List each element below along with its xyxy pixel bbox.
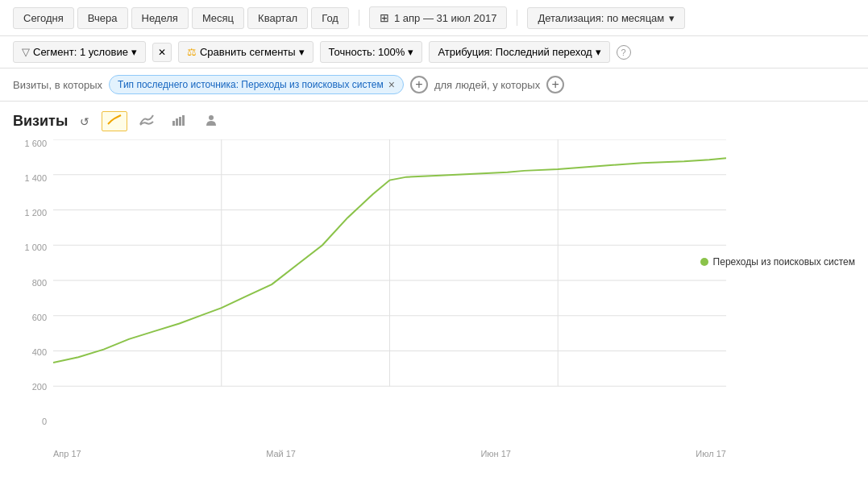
compare-label: Сравнить сегменты: [200, 46, 296, 58]
segment-tag-label: Тип последнего источника: Переходы из по…: [118, 79, 384, 90]
compare-btn[interactable]: ⚖ Сравнить сегменты ▾: [178, 41, 314, 63]
person-icon: [204, 114, 218, 126]
compare-icon: ⚖: [187, 46, 197, 58]
separator: [359, 10, 359, 26]
smooth-chart-icon: [139, 114, 154, 126]
calendar-icon: ⊞: [380, 11, 389, 24]
svg-rect-1: [176, 118, 178, 126]
bar-chart-btn[interactable]: [166, 111, 192, 131]
accuracy-label: Точность: 100%: [329, 46, 405, 58]
chart-wrapper: 0 200 400 600 800 1 000 1 200 1 400 1 60…: [13, 139, 855, 446]
y-label-800: 800: [13, 279, 47, 288]
segment-close-btn[interactable]: ✕: [152, 43, 172, 62]
chart-title: Визиты: [13, 113, 68, 130]
refresh-btn[interactable]: ↺: [74, 112, 95, 131]
y-axis: 0 200 400 600 800 1 000 1 200 1 400 1 60…: [13, 139, 53, 446]
add-people-btn[interactable]: +: [546, 76, 564, 93]
accuracy-btn[interactable]: Точность: 100% ▾: [320, 41, 423, 63]
segment-tag-close[interactable]: ×: [388, 78, 395, 91]
y-label-0: 0: [13, 417, 47, 426]
chart-legend: Переходы из поисковых систем: [700, 256, 855, 268]
segment-btn[interactable]: ▽ Сегмент: 1 условие ▾: [13, 41, 146, 63]
legend-label: Переходы из поисковых систем: [713, 256, 855, 268]
line-chart-icon: [107, 114, 122, 126]
smooth-chart-btn[interactable]: [134, 111, 160, 131]
x-label-may: Май 17: [266, 449, 296, 458]
segment-tag: Тип последнего источника: Переходы из по…: [109, 75, 404, 94]
attribution-label: Атрибуция: Последний переход: [438, 46, 592, 58]
svg-rect-3: [182, 115, 185, 126]
x-axis: Апр 17 Май 17 Июн 17 Июл 17: [13, 449, 855, 458]
segment-filter-row: Визиты, в которых Тип последнего источни…: [0, 68, 868, 102]
y-label-400: 400: [13, 348, 47, 357]
quarter-btn[interactable]: Квартал: [247, 7, 308, 29]
today-btn[interactable]: Сегодня: [13, 7, 74, 29]
filter-toolbar: ▽ Сегмент: 1 условие ▾ ✕ ⚖ Сравнить сегм…: [0, 36, 868, 68]
y-label-1600: 1 600: [13, 139, 47, 148]
add-segment-btn[interactable]: +: [410, 76, 428, 93]
y-label-1000: 1 000: [13, 243, 47, 252]
y-label-1400: 1 400: [13, 174, 47, 183]
period-toolbar: Сегодня Вчера Неделя Месяц Квартал Год ⊞…: [0, 0, 868, 36]
chevron-down-icon3: ▾: [299, 46, 305, 58]
svg-point-4: [209, 115, 214, 120]
chart-inner: Переходы из поисковых систем: [53, 139, 855, 446]
chevron-down-icon5: ▾: [596, 46, 601, 58]
y-label-1200: 1 200: [13, 209, 47, 218]
week-btn[interactable]: Неделя: [131, 7, 189, 29]
chart-section: Визиты ↺: [0, 102, 868, 458]
date-range-label: 1 апр — 31 июл 2017: [394, 12, 496, 24]
x-label-jul: Июл 17: [696, 449, 726, 458]
detail-label: Детализация: по месяцам: [538, 12, 664, 24]
attribution-btn[interactable]: Атрибуция: Последний переход ▾: [429, 41, 609, 63]
line-chart-btn[interactable]: [102, 111, 127, 131]
for-people-label: для людей, у которых: [434, 79, 540, 91]
svg-rect-0: [172, 121, 175, 126]
separator2: [517, 10, 517, 26]
segment-label: Сегмент: 1 условие: [33, 46, 128, 58]
x-label-jun: Июн 17: [480, 449, 511, 458]
year-btn[interactable]: Год: [311, 7, 349, 29]
person-btn[interactable]: [198, 111, 224, 131]
bar-chart-icon: [172, 114, 186, 126]
visits-in-label: Визиты, в которых: [13, 79, 102, 91]
y-label-600: 600: [13, 313, 47, 322]
help-icon[interactable]: ?: [617, 45, 631, 60]
detail-btn[interactable]: Детализация: по месяцам ▾: [527, 7, 685, 29]
y-label-200: 200: [13, 383, 47, 392]
chevron-down-icon4: ▾: [408, 46, 413, 58]
svg-rect-2: [179, 117, 181, 126]
chevron-down-icon: ▾: [669, 12, 675, 24]
chart-svg: [53, 139, 726, 421]
x-label-apr: Апр 17: [53, 449, 81, 458]
legend-dot: [700, 258, 708, 266]
yesterday-btn[interactable]: Вчера: [77, 7, 128, 29]
date-range-btn[interactable]: ⊞ 1 апр — 31 июл 2017: [369, 6, 507, 29]
chevron-down-icon2: ▾: [131, 46, 137, 58]
chart-header: Визиты ↺: [13, 111, 855, 131]
filter-icon: ▽: [22, 46, 30, 58]
month-btn[interactable]: Месяц: [192, 7, 244, 29]
